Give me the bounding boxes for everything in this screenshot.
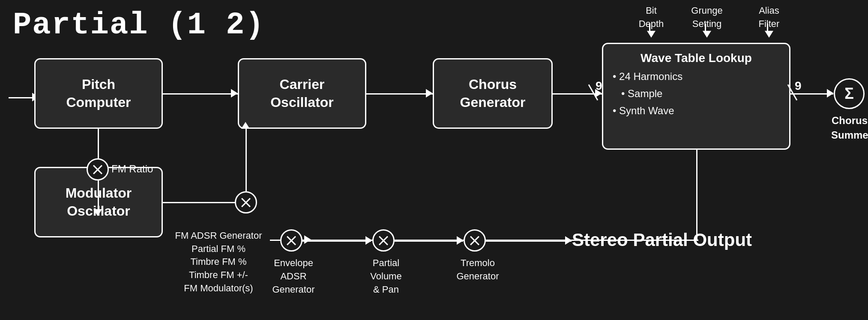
- wave-table-synth: • Synth Wave: [613, 105, 674, 117]
- fm-adsr-circle: [235, 191, 257, 213]
- carrier-oscillator-box: Carrier Oscillator: [238, 58, 366, 129]
- wt-to-sigma-arrowhead: [827, 89, 834, 98]
- grunge-line: [705, 24, 706, 32]
- carrier-oscillator-label: Carrier Oscillator: [270, 76, 334, 111]
- pitch-computer-box: Pitch Computer: [34, 58, 163, 129]
- env-to-vol-arrowhead: [304, 235, 311, 244]
- envelope-adsr-label: Envelope ADSR Generator: [266, 257, 321, 296]
- pitch-computer-label: Pitch Computer: [66, 76, 131, 111]
- co-to-cg-arrowhead: [426, 89, 433, 98]
- vol-to-trem-line: [395, 240, 463, 242]
- cg-to-wt-arrowhead: [595, 89, 602, 98]
- wave-table-title: Wave Table Lookup: [606, 51, 786, 65]
- pc-to-co-line: [163, 93, 238, 95]
- alias-filter-label: Alias Filter: [750, 4, 788, 31]
- mod-to-fmx-line: [163, 202, 236, 203]
- tremolo-label: Tremolo Generator: [450, 257, 506, 283]
- trem-to-out-line: [486, 240, 572, 242]
- fm-ratio-label: FM Ratio: [111, 162, 153, 176]
- env-arrowhead: [365, 236, 372, 245]
- partial-volume-circle: [372, 229, 395, 252]
- chorus-generator-label: Chorus Generator: [460, 76, 526, 111]
- page-title: Partial (1 2): [13, 8, 265, 43]
- fm-adsr-label: FM ADSR Generator Partial FM % Timbre FM…: [163, 216, 274, 295]
- alias-line: [767, 24, 768, 32]
- fmx-up-arrowhead: [241, 122, 250, 129]
- fm-ratio-down-arrowhead: [93, 209, 102, 216]
- pc-down-line: [98, 129, 99, 159]
- vol-arrowhead: [457, 236, 464, 245]
- alias-arrow: [765, 31, 773, 38]
- signal-flow-diagram: Partial (1 2) Pitch Computer Carrier Osc…: [0, 0, 868, 320]
- wave-table-sample: • Sample: [621, 88, 662, 100]
- bit-depth-line: [649, 24, 650, 32]
- fmx-up-line: [245, 129, 247, 192]
- nine-label-2: 9: [795, 79, 802, 93]
- grunge-setting-label: Grunge Setting: [685, 4, 728, 31]
- bit-depth-arrow: [647, 31, 655, 38]
- sigma-circle: Σ: [834, 78, 865, 109]
- co-to-cg-line: [366, 93, 433, 95]
- bit-depth-label: Bit Depth: [634, 4, 668, 31]
- wt-down-line: [696, 150, 697, 241]
- input-arrow-line: [9, 97, 34, 98]
- fm-ratio-circle: [87, 158, 109, 181]
- chorus-generator-box: Chorus Generator: [433, 58, 553, 129]
- wave-table-harmonics: • 24 Harmonics: [613, 71, 682, 83]
- tremolo-circle: [464, 229, 486, 252]
- envelope-adsr-circle: [280, 229, 302, 252]
- partial-volume-label: Partial Volume & Pan: [358, 257, 414, 296]
- grunge-arrow: [703, 31, 711, 38]
- sigma-label: Σ: [844, 85, 854, 103]
- pc-to-co-arrowhead: [231, 89, 238, 98]
- stereo-output-label: Stereo Partial Output: [572, 230, 752, 250]
- env-to-vol-line: [302, 240, 371, 242]
- trem-arrowhead: [565, 236, 572, 245]
- chorus-summer-label: Chorus Summer: [831, 113, 868, 142]
